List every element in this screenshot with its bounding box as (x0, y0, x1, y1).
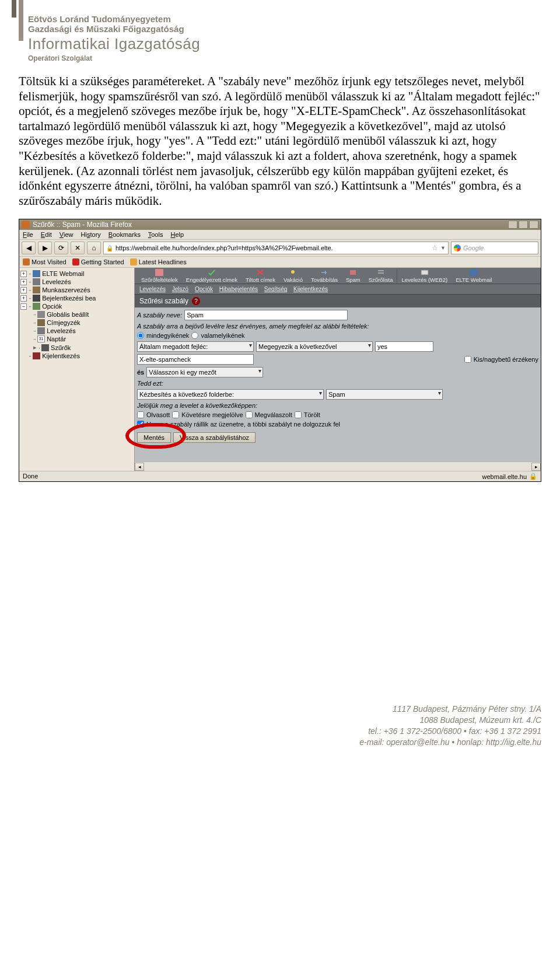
menu-view[interactable]: View (60, 231, 74, 238)
sidebar-item-bejelentkezes[interactable]: +··Bejelentkezési bea (20, 294, 133, 302)
tb-vakacio[interactable]: Vakáció (279, 269, 307, 283)
org-line3: Informatikai Igazgatóság (28, 35, 541, 53)
tb-spam[interactable]: Spam (342, 269, 365, 283)
menu-bookmarks[interactable]: Bookmarks (108, 231, 141, 238)
home-button[interactable]: ⌂ (87, 242, 101, 254)
mark-answered[interactable] (246, 411, 253, 418)
window-title: Szűrők :: Spam - Mozilla Firefox (33, 221, 132, 229)
bookmark-star-icon[interactable]: ☆ (432, 244, 438, 252)
sidebar-item-opciok[interactable]: −··Opciók (20, 302, 133, 310)
footer-addr2: 1088 Budapest, Múzeum krt. 4./C (19, 715, 541, 726)
rule-form: A szabály neve: A szabály arra a bejövő … (135, 307, 541, 447)
field-select[interactable]: Általam megadott fejléc: (137, 341, 254, 352)
url-input[interactable] (116, 244, 429, 251)
search-box[interactable]: Google (451, 242, 538, 254)
h-scrollbar[interactable]: ◂ ▸ (135, 461, 541, 471)
forward-button[interactable]: ▶ (38, 242, 52, 254)
rule-name-input[interactable] (184, 310, 348, 320)
sidebar-item-kijelentkezes[interactable]: ··Kijelentkezés (20, 352, 133, 360)
tb-tiltott[interactable]: Tiltott címek (242, 269, 279, 283)
sidebar-item-szurok[interactable]: ▸·Szűrők (20, 343, 133, 352)
scroll-left-icon[interactable]: ◂ (135, 463, 144, 471)
menu-history[interactable]: History (81, 231, 101, 238)
instruction-paragraph: Töltsük ki a szükséges paramétereket. A … (19, 74, 541, 208)
sub-opciok[interactable]: Opciók (195, 286, 213, 292)
url-bar[interactable]: 🔒 ☆ ▼ (103, 242, 449, 254)
back-button[interactable]: ◀ (22, 242, 36, 254)
mark-read[interactable] (137, 411, 144, 418)
bookmark-latest-headlines[interactable]: Latest Headlines (130, 258, 187, 265)
mark-deleted[interactable] (295, 411, 302, 418)
bookmark-getting-started[interactable]: Getting Started (72, 258, 124, 265)
tb-tovabbitas[interactable]: Továbbítás (307, 269, 342, 283)
stop-button[interactable]: ✕ (71, 242, 85, 254)
action-label: Tedd ezt: (137, 380, 163, 387)
footer-fax: fax: +36 1 372 2991 (469, 726, 541, 736)
sidebar-item-globalis[interactable]: ··Globális beállít (20, 310, 133, 319)
sidebar-item-webmail[interactable]: +··ELTE Webmail (20, 270, 133, 278)
status-lock-icon: 🔒 (529, 473, 537, 480)
compare-select[interactable]: Megegyezik a következővel (256, 341, 373, 352)
svg-rect-0 (155, 269, 163, 276)
help-icon[interactable]: ? (192, 297, 200, 305)
svg-rect-6 (470, 269, 478, 276)
header-value-input[interactable] (137, 354, 254, 365)
minimize-button[interactable] (508, 221, 517, 229)
sidebar-item-munkaszervezes[interactable]: +··Munkaszervezés (20, 286, 133, 294)
status-host: webmail.elte.hu (482, 473, 527, 480)
firefox-icon (22, 221, 30, 229)
compare-value-input[interactable] (375, 341, 433, 352)
save-button[interactable]: Mentés (137, 432, 171, 443)
case-label: Kis/nagybetű érzékeny (474, 356, 538, 363)
rule-header: Szűrési szabály ? (135, 295, 541, 307)
rule-desc: A szabály arra a bejövő levélre lesz érv… (137, 323, 369, 330)
lock-icon: 🔒 (106, 245, 113, 251)
case-checkbox[interactable] (464, 356, 471, 363)
sub-kijelentkezes[interactable]: Kijelentkezés (293, 286, 328, 292)
url-dropdown-icon[interactable]: ▼ (440, 245, 446, 251)
sub-jelszo[interactable]: Jelszó (172, 286, 188, 292)
sidebar-item-levelezes[interactable]: +··Levelezés (20, 278, 133, 286)
field-select2[interactable]: Válasszon ki egy mezőt (146, 367, 263, 377)
sidebar-item-levelezes2[interactable]: ··Levelezés (20, 327, 133, 335)
action-select[interactable]: Kézbesítés a következő folderbe: (137, 389, 324, 400)
mark-follow[interactable] (172, 411, 179, 418)
search-placeholder: Google (463, 244, 484, 251)
sidebar-item-naptar[interactable]: ··31Naptár (20, 335, 133, 343)
menu-file[interactable]: File (23, 231, 33, 238)
app-subtoolbar: Levelezés Jelszó Opciók Hibabejelentés S… (135, 284, 541, 295)
reload-button[interactable]: ⟳ (54, 242, 68, 254)
status-done: Done (23, 473, 38, 480)
sub-hibabejelentes[interactable]: Hibabejelentés (219, 286, 258, 292)
scroll-right-icon[interactable]: ▸ (531, 463, 541, 471)
tb-elte-webmail[interactable]: ELTE Webmail (452, 269, 496, 283)
maximize-button[interactable] (519, 221, 528, 229)
folder-icon (23, 258, 30, 265)
tb-szurolista[interactable]: Szűrőlista (365, 269, 397, 283)
sub-segitseg[interactable]: Segítség (264, 286, 287, 292)
svg-rect-2 (350, 270, 356, 275)
tb-engedelyezett[interactable]: Engedélyezett címek (182, 269, 242, 283)
mark-label: Jelöljük meg a levelet a következőképpen… (137, 402, 257, 409)
tb-levelezes-web2[interactable]: Levelezés (WEB2) (397, 269, 452, 283)
folder-select[interactable]: Spam (326, 389, 443, 400)
sub-levelezes[interactable]: Levelezés (139, 286, 166, 292)
close-button[interactable] (529, 221, 538, 229)
sidebar-item-cimjegyzek[interactable]: ··Címjegyzék (20, 319, 133, 327)
menu-edit[interactable]: Edit (41, 231, 52, 238)
footer-web: honlap: http://iig.elte.hu (457, 737, 541, 747)
menu-help[interactable]: Help (171, 231, 184, 238)
app-main: Szűrőfeltételek Engedélyezett címek Tilt… (135, 268, 541, 471)
tb-szurofeltetelek[interactable]: Szűrőfeltételek (137, 269, 182, 283)
stop-checkbox[interactable] (137, 421, 144, 428)
menu-tools[interactable]: Tools (148, 231, 163, 238)
org-line1: Eötvös Loránd Tudományegyetem (28, 14, 541, 24)
bookmarks-bar: Most Visited Getting Started Latest Head… (19, 257, 541, 268)
radio-any[interactable] (191, 332, 198, 339)
rule-name-label: A szabály neve: (137, 312, 182, 319)
app-toolbar: Szűrőfeltételek Engedélyezett címek Tilt… (135, 268, 541, 284)
radio-all[interactable] (137, 332, 144, 339)
back-button[interactable]: Vissza a szabálylistához (173, 432, 256, 443)
menu-bar: File Edit View History Bookmarks Tools H… (19, 230, 541, 240)
bookmark-most-visited[interactable]: Most Visited (23, 258, 66, 265)
